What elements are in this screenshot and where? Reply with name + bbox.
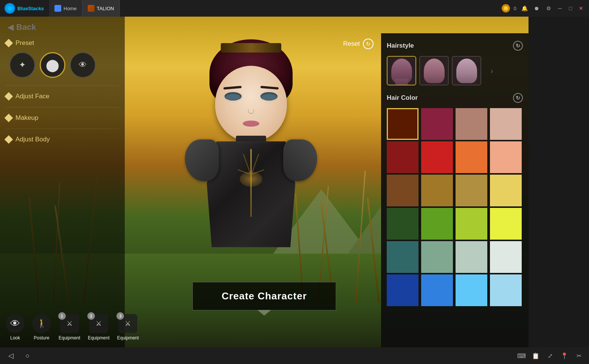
preset-label[interactable]: Preset <box>6 39 119 47</box>
color-swatch-10[interactable] <box>421 175 453 206</box>
color-swatch-20[interactable] <box>490 241 522 273</box>
hair-preview-2 <box>424 59 445 83</box>
view-controls: 👁 Look 🚶 Posture 1 ⚔ Equipment 2 ⚔ Equip <box>6 314 139 341</box>
equipment1-label: Equipment <box>59 335 80 341</box>
profile-icon: ⬤ <box>46 58 59 72</box>
color-swatch-15[interactable] <box>456 208 487 240</box>
look-button[interactable]: 👁 Look <box>6 314 25 341</box>
back-nav-btn[interactable]: ◁ <box>5 349 17 362</box>
equipment2-button[interactable]: 2 ⚔ Equipment <box>88 314 109 341</box>
hairstyle-item-1[interactable] <box>387 56 416 85</box>
taskbar-icons: ⌨ 📋 ⤢ 📍 ✂ <box>516 350 584 361</box>
color-swatch-13[interactable] <box>387 208 418 240</box>
color-swatch-23[interactable] <box>456 274 487 306</box>
color-swatch-5[interactable] <box>387 141 418 173</box>
notification-icon[interactable]: 🔔 <box>520 4 529 12</box>
equipment3-label: Equipment <box>117 335 139 341</box>
preset-magic-btn[interactable]: ✦ <box>9 52 35 78</box>
equipment3-button[interactable]: 3 ⚔ Equipment <box>117 314 139 341</box>
hairstyle-item-3[interactable] <box>452 56 481 85</box>
preset-section: Preset ✦ ⬤ 👁 <box>6 39 119 78</box>
look-icon: 👁 <box>6 314 25 333</box>
fullscreen-icon[interactable]: ⤢ <box>544 350 556 361</box>
minimize-btn[interactable]: ─ <box>556 5 563 12</box>
posture-label: Posture <box>34 335 49 341</box>
coin-icon: 🪙 <box>502 4 510 12</box>
scissors-icon[interactable]: ✂ <box>573 350 584 361</box>
preset-eye-btn[interactable]: 👁 <box>70 52 96 78</box>
taskbar: ◁ ○ ⌨ 📋 ⤢ 📍 ✂ <box>0 347 589 364</box>
equipment1-icon: 1 ⚔ <box>60 314 79 333</box>
posture-button[interactable]: 🚶 Posture <box>32 314 51 341</box>
preset-diamond-icon <box>5 39 13 48</box>
eye-preset-icon: 👁 <box>79 60 87 70</box>
equip3-badge: 3 <box>116 312 124 320</box>
hairstyle-grid: › <box>387 56 523 85</box>
home-nav-btn[interactable]: ○ <box>21 349 34 362</box>
reset-label: Reset <box>343 40 360 48</box>
keyboard-icon[interactable]: ⌨ <box>516 350 527 361</box>
color-swatch-17[interactable] <box>387 241 418 273</box>
create-char-label: Create Character <box>222 290 307 302</box>
bluestacks-logo: BlueStacks <box>0 3 49 14</box>
color-swatch-1[interactable] <box>387 108 418 140</box>
talion-tab-label: TALION <box>97 6 114 11</box>
talion-tab-icon <box>88 5 95 12</box>
hairstyle-more[interactable]: › <box>484 56 499 85</box>
adjust-body-diamond <box>5 135 13 144</box>
color-swatch-21[interactable] <box>387 274 418 306</box>
record-icon[interactable]: ⏺ <box>532 4 541 12</box>
posture-icon: 🚶 <box>32 314 51 333</box>
color-swatch-2[interactable] <box>421 108 453 140</box>
color-swatch-8[interactable] <box>490 141 522 173</box>
left-panel: Preset ✦ ⬤ 👁 Adjust Face Makeup <box>0 17 125 348</box>
bluestacks-icon <box>5 3 15 14</box>
hair-color-header: Hair Color ↻ <box>387 93 523 103</box>
hair-color-grid <box>387 108 523 306</box>
color-swatch-3[interactable] <box>456 108 487 140</box>
pin-icon[interactable]: 📍 <box>559 350 570 361</box>
adjust-body-section[interactable]: Adjust Body <box>6 129 119 150</box>
equipment1-button[interactable]: 1 ⚔ Equipment <box>59 314 80 341</box>
hairstyle-item-2[interactable] <box>419 56 449 85</box>
hair-color-label: Hair Color <box>387 94 418 102</box>
tab-talion[interactable]: TALION <box>82 0 120 17</box>
hairstyle-refresh-icon[interactable]: ↻ <box>513 41 523 51</box>
settings-icon[interactable]: ⚙ <box>544 4 553 12</box>
color-swatch-19[interactable] <box>456 241 487 273</box>
color-swatch-9[interactable] <box>387 175 418 206</box>
color-swatch-7[interactable] <box>456 141 487 173</box>
color-swatch-24[interactable] <box>490 274 522 306</box>
right-panel: Hairstyle ↻ › Hair Color ↻ <box>381 33 529 348</box>
equipment2-icon: 2 ⚔ <box>89 314 108 333</box>
home-tab-icon <box>54 5 61 12</box>
color-swatch-22[interactable] <box>421 274 453 306</box>
color-swatch-11[interactable] <box>456 175 487 206</box>
maximize-btn[interactable]: □ <box>567 5 574 12</box>
hair-preview-1 <box>391 59 412 83</box>
reset-button[interactable]: Reset ↻ <box>343 39 374 49</box>
hair-color-refresh-icon[interactable]: ↻ <box>513 93 523 103</box>
hairstyle-label: Hairstyle <box>387 42 414 50</box>
close-btn[interactable]: ✕ <box>578 5 584 12</box>
color-swatch-14[interactable] <box>421 208 453 240</box>
equipment2-label: Equipment <box>88 335 109 341</box>
hair-preview-3 <box>456 59 477 83</box>
coin-count: 0 <box>514 6 516 11</box>
preset-buttons: ✦ ⬤ 👁 <box>9 52 119 78</box>
color-swatch-4[interactable] <box>490 108 522 140</box>
reset-icon: ↻ <box>363 39 374 49</box>
makeup-diamond <box>5 114 13 122</box>
color-swatch-6[interactable] <box>421 141 453 173</box>
color-swatch-12[interactable] <box>490 175 522 206</box>
preset-profile-btn[interactable]: ⬤ <box>40 52 65 78</box>
clipboard-icon[interactable]: 📋 <box>530 350 541 361</box>
color-swatch-16[interactable] <box>490 208 522 240</box>
color-swatch-18[interactable] <box>421 241 453 273</box>
adjust-face-section[interactable]: Adjust Face <box>6 85 119 107</box>
tab-home[interactable]: Home <box>49 0 82 17</box>
look-label: Look <box>10 335 20 341</box>
home-tab-label: Home <box>64 6 77 11</box>
create-character-button[interactable]: Create Character <box>192 282 336 310</box>
makeup-section[interactable]: Makeup <box>6 107 119 129</box>
